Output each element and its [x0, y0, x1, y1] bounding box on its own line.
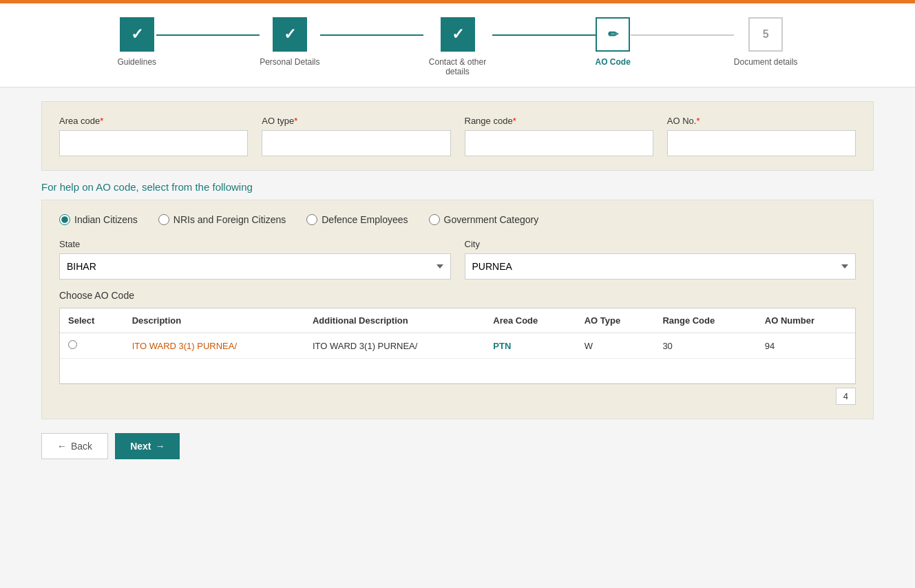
col-ao-number: AO Number: [757, 308, 855, 333]
radio-group: Indian Citizens NRIs and Foreign Citizen…: [59, 214, 856, 225]
connector-4: [631, 34, 734, 36]
page-indicator: 4: [836, 388, 856, 405]
next-label: Next: [130, 441, 151, 452]
step-ao-code: AO Code: [596, 17, 631, 67]
range-code-input[interactable]: [465, 130, 653, 156]
cell-ao-number-2: [757, 359, 855, 384]
ao-no-group: AO No.*: [667, 116, 856, 156]
cell-description-2: [124, 359, 304, 384]
step-icon-ao: [596, 17, 630, 52]
step-icon-guidelines: [120, 17, 154, 52]
step-contact: Contact & other details: [423, 17, 492, 76]
step-icon-document: 5: [748, 17, 783, 52]
ao-type-group: AO type*: [262, 116, 450, 156]
state-group: State BIHAR DELHI MAHARASHTRA KARNATAKA …: [59, 239, 451, 280]
step-label-document: Document details: [734, 57, 798, 67]
checkmark-icon-2: [284, 25, 296, 43]
main-content: Area code* AO type* Range code* AO No.*: [0, 87, 915, 487]
table-row: ITO WARD 3(1) PURNEA/ ITO WARD 3(1) PURN…: [60, 333, 855, 359]
city-group: City PURNEA PATNA GAYA MUZAFFARPUR BHAGA…: [465, 239, 856, 280]
radio-indian-citizens[interactable]: Indian Citizens: [59, 214, 138, 225]
choose-ao-label: Choose AO Code: [59, 290, 856, 301]
table-wrapper: Select Description Additional Descriptio…: [59, 308, 856, 405]
ao-table: Select Description Additional Descriptio…: [60, 308, 855, 384]
back-label: Back: [71, 441, 92, 452]
stepper: Guidelines Personal Details Contact & ot…: [0, 3, 915, 87]
form-row: Area code* AO type* Range code* AO No.*: [59, 116, 856, 156]
range-code-label: Range code*: [465, 116, 653, 126]
step-icon-contact: [441, 17, 475, 52]
checkmark-icon-3: [452, 25, 464, 43]
ao-no-input[interactable]: [667, 130, 856, 156]
connector-2: [320, 34, 423, 36]
step-document: 5 Document details: [734, 17, 798, 67]
ao-no-label: AO No.*: [667, 116, 856, 126]
cell-description-1[interactable]: ITO WARD 3(1) PURNEA/: [124, 333, 304, 359]
table-body: ITO WARD 3(1) PURNEA/ ITO WARD 3(1) PURN…: [60, 333, 855, 384]
cell-select-2: [60, 359, 124, 384]
area-code-label: Area code*: [59, 116, 248, 126]
cell-area-code-2: [485, 359, 576, 384]
radio-input-government[interactable]: [429, 214, 440, 225]
radio-defence[interactable]: Defence Employees: [306, 214, 408, 225]
radio-label-nris: NRIs and Foreign Citizens: [173, 214, 286, 225]
ao-table-container: Select Description Additional Descriptio…: [59, 308, 856, 384]
cell-range-code-2: [654, 359, 756, 384]
cell-ao-type-1: W: [576, 333, 655, 359]
col-ao-type: AO Type: [576, 308, 655, 333]
checkmark-icon: [131, 25, 143, 43]
area-code-input[interactable]: [59, 130, 248, 156]
edit-icon: [608, 27, 618, 42]
col-range-code: Range Code: [654, 308, 756, 333]
range-code-group: Range code*: [465, 116, 653, 156]
radio-label-government: Government Category: [444, 214, 539, 225]
step-label-ao: AO Code: [596, 57, 631, 67]
step-personal-details: Personal Details: [260, 17, 319, 67]
radio-label-defence: Defence Employees: [322, 214, 408, 225]
radio-input-nris[interactable]: [158, 214, 169, 225]
table-header-row: Select Description Additional Descriptio…: [60, 308, 855, 333]
city-label: City: [465, 239, 856, 249]
connector-3: [492, 34, 596, 36]
step-icon-personal: [273, 17, 307, 52]
step-guidelines: Guidelines: [117, 17, 156, 67]
table-row-empty: [60, 359, 855, 384]
cell-range-code-1: 30: [654, 333, 756, 359]
step-number-5: 5: [763, 28, 769, 41]
ao-code-helper-section: Indian Citizens NRIs and Foreign Citizen…: [41, 200, 874, 419]
state-label: State: [59, 239, 451, 249]
col-description: Description: [124, 308, 304, 333]
radio-input-defence[interactable]: [306, 214, 317, 225]
radio-nris[interactable]: NRIs and Foreign Citizens: [158, 214, 286, 225]
city-select[interactable]: PURNEA PATNA GAYA MUZAFFARPUR BHAGALPUR: [465, 253, 856, 280]
col-select: Select: [60, 308, 124, 333]
state-select[interactable]: BIHAR DELHI MAHARASHTRA KARNATAKA UTTAR …: [59, 253, 451, 280]
connector-1: [156, 34, 260, 36]
cell-select-1[interactable]: [60, 333, 124, 359]
step-label-personal: Personal Details: [260, 57, 319, 67]
back-arrow-icon: ←: [57, 441, 67, 452]
cell-ao-type-2: [576, 359, 655, 384]
radio-government[interactable]: Government Category: [429, 214, 539, 225]
next-arrow-icon: →: [155, 441, 165, 452]
table-head: Select Description Additional Descriptio…: [60, 308, 855, 333]
back-button[interactable]: ← Back: [41, 433, 108, 459]
ao-type-label: AO type*: [262, 116, 450, 126]
next-button[interactable]: Next →: [115, 433, 180, 459]
step-label-guidelines: Guidelines: [117, 57, 156, 67]
col-area-code: Area Code: [485, 308, 576, 333]
cell-additional-1: ITO WARD 3(1) PURNEA/: [304, 333, 485, 359]
ao-code-form: Area code* AO type* Range code* AO No.*: [41, 101, 874, 171]
area-code-group: Area code*: [59, 116, 248, 156]
state-city-row: State BIHAR DELHI MAHARASHTRA KARNATAKA …: [59, 239, 856, 280]
cell-ao-number-1: 94: [757, 333, 855, 359]
col-additional: Additional Description: [304, 308, 485, 333]
cell-additional-2: [304, 359, 485, 384]
button-row: ← Back Next →: [41, 419, 874, 473]
help-text: For help on AO code, select from the fol…: [41, 181, 874, 193]
ao-type-input[interactable]: [262, 130, 450, 156]
radio-input-indian[interactable]: [59, 214, 70, 225]
row-radio-1[interactable]: [68, 340, 77, 349]
cell-area-code-1: PTN: [485, 333, 576, 359]
radio-label-indian: Indian Citizens: [74, 214, 138, 225]
